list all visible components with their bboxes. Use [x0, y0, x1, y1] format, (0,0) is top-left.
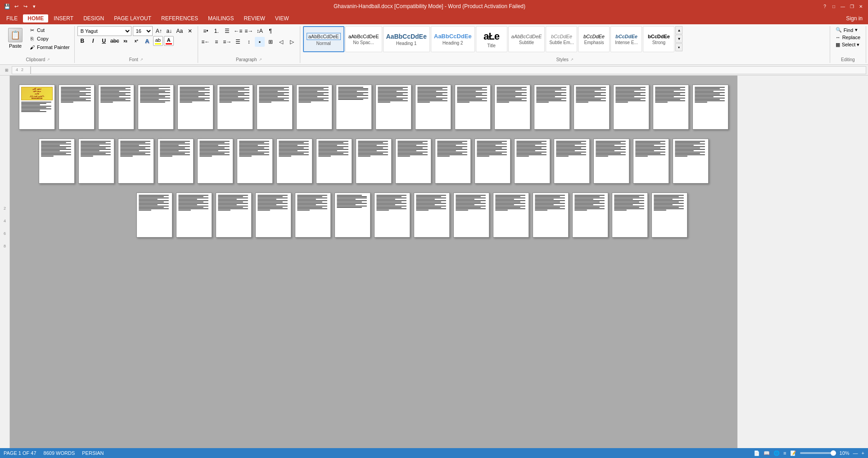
maximize-button[interactable]: ❐: [848, 3, 855, 10]
styles-scroll-up[interactable]: ▲: [675, 26, 683, 34]
align-right-button[interactable]: ≡→: [222, 37, 232, 47]
page-thumb-20[interactable]: [78, 139, 114, 184]
find-dropdown[interactable]: ▾: [855, 27, 858, 33]
underline-button[interactable]: U: [99, 36, 109, 46]
style-nospace[interactable]: aAbBcCdDeE No Spac...: [345, 26, 382, 52]
zoom-slider[interactable]: [800, 452, 836, 454]
page-thumb-49[interactable]: [651, 193, 687, 238]
highlight-color-button[interactable]: ab: [153, 36, 163, 46]
page-thumb-22[interactable]: [158, 139, 194, 184]
styles-scroll-down[interactable]: ▼: [675, 35, 683, 43]
page-thumb-4[interactable]: [138, 85, 174, 130]
page-thumb-48[interactable]: [612, 193, 648, 238]
page-thumb-10[interactable]: [375, 85, 411, 130]
page-thumb-23[interactable]: [197, 139, 233, 184]
minimize-button[interactable]: —: [839, 3, 846, 10]
font-shrink-button[interactable]: a↓: [164, 26, 174, 36]
ltr-button[interactable]: ▷: [287, 37, 297, 47]
page-thumb-26[interactable]: [316, 139, 352, 184]
page-thumb-6[interactable]: [217, 85, 253, 130]
increase-indent-button[interactable]: ≡→: [244, 26, 254, 36]
style-subtitle[interactable]: aAbBcCdDeE Subtitle: [508, 26, 545, 52]
page-thumb-1[interactable]: تحقیق آنلاینمرجع دانلودبهترینبا کمترین ق…: [19, 85, 55, 130]
document-area[interactable]: تحقیق آنلاینمرجع دانلودبهترینبا کمترین ق…: [10, 76, 737, 448]
menu-insert[interactable]: INSERT: [49, 14, 78, 22]
decrease-indent-button[interactable]: ←≡: [233, 26, 243, 36]
clipboard-expand-icon[interactable]: ↗: [47, 58, 50, 62]
menu-page-layout[interactable]: PAGE LAYOUT: [109, 14, 156, 22]
customize-qa-button[interactable]: ▾: [31, 3, 38, 10]
page-thumb-37[interactable]: [176, 193, 212, 238]
page-thumb-44[interactable]: [453, 193, 489, 238]
page-thumb-16[interactable]: [613, 85, 649, 130]
page-thumb-41[interactable]: [335, 193, 371, 238]
page-thumb-43[interactable]: [414, 193, 450, 238]
page-thumb-2[interactable]: [59, 85, 95, 130]
style-heading2[interactable]: AaBbCcDdEe Heading 2: [431, 26, 475, 52]
find-button[interactable]: 🔍 Find ▾: [833, 26, 863, 34]
bold-button[interactable]: B: [77, 36, 87, 46]
page-thumb-42[interactable]: [374, 193, 410, 238]
page-thumb-15[interactable]: [574, 85, 610, 130]
page-thumb-5[interactable]: [177, 85, 213, 130]
superscript-button[interactable]: x²: [131, 36, 141, 46]
undo-button[interactable]: ↩: [13, 3, 20, 10]
format-painter-button[interactable]: 🖌 Format Painter: [27, 43, 72, 51]
style-subtle-em[interactable]: bCcDdEe Subtle Em...: [546, 26, 577, 52]
page-thumb-25[interactable]: [276, 139, 312, 184]
close-button[interactable]: ✕: [857, 3, 864, 10]
page-thumb-40[interactable]: [295, 193, 331, 238]
shading-button[interactable]: ▪: [255, 37, 265, 47]
page-thumb-47[interactable]: [572, 193, 608, 238]
page-thumb-13[interactable]: [494, 85, 530, 130]
page-thumb-17[interactable]: [653, 85, 689, 130]
font-size-select[interactable]: 16: [133, 26, 153, 36]
page-thumb-21[interactable]: [118, 139, 154, 184]
page-thumb-27[interactable]: [356, 139, 392, 184]
style-heading1[interactable]: AaBbCcDdEe Heading 1: [383, 26, 430, 52]
page-thumb-31[interactable]: [514, 139, 550, 184]
zoom-in-button[interactable]: +: [862, 450, 864, 456]
cut-button[interactable]: ✂ Cut: [27, 26, 72, 34]
font-color-button[interactable]: A: [164, 36, 174, 46]
menu-design[interactable]: DESIGN: [79, 14, 108, 22]
page-thumb-11[interactable]: [415, 85, 451, 130]
font-grow-button[interactable]: A↑: [154, 26, 164, 36]
page-thumb-45[interactable]: [493, 193, 529, 238]
view-print-layout[interactable]: 📄: [754, 450, 760, 456]
styles-expand[interactable]: ▾: [675, 43, 683, 51]
align-center-button[interactable]: ≡: [212, 37, 222, 47]
show-hide-button[interactable]: ¶: [266, 26, 276, 36]
page-thumb-9[interactable]: [336, 85, 372, 130]
line-spacing-button[interactable]: ↕: [244, 37, 254, 47]
page-thumb-12[interactable]: [455, 85, 491, 130]
page-thumb-19[interactable]: [39, 139, 75, 184]
paste-button[interactable]: 📋 Paste: [5, 26, 26, 50]
menu-references[interactable]: REFERENCES: [157, 14, 203, 22]
paragraph-expand-icon[interactable]: ↗: [259, 58, 262, 62]
page-thumb-46[interactable]: [533, 193, 569, 238]
align-left-button[interactable]: ≡←: [201, 37, 211, 47]
page-thumb-38[interactable]: [216, 193, 252, 238]
menu-mailings[interactable]: MAILINGS: [203, 14, 238, 22]
view-full-reading[interactable]: 📖: [764, 450, 770, 456]
sort-button[interactable]: ↕A: [255, 26, 265, 36]
view-web-layout[interactable]: 🌐: [773, 450, 780, 456]
help-button[interactable]: ?: [821, 3, 828, 10]
replace-button[interactable]: ↔ Replace: [833, 34, 863, 41]
view-outline[interactable]: ≡: [783, 450, 786, 456]
sign-in-button[interactable]: Sign in: [842, 14, 866, 22]
menu-home[interactable]: HOME: [23, 14, 48, 22]
select-button[interactable]: ▦ Select ▾: [833, 41, 863, 49]
font-name-select[interactable]: B Yagut: [77, 26, 131, 36]
ribbon-display-button[interactable]: □: [830, 3, 837, 10]
bullets-button[interactable]: ≡•: [201, 26, 211, 36]
save-button[interactable]: 💾: [4, 3, 11, 10]
strikethrough-button[interactable]: abc: [110, 36, 120, 46]
numbering-button[interactable]: 1.: [212, 26, 222, 36]
justify-button[interactable]: ☰: [233, 37, 243, 47]
style-normal[interactable]: aAbBcCdDeE Normal: [303, 26, 344, 52]
rtl-button[interactable]: ◁: [276, 37, 286, 47]
redo-button[interactable]: ↪: [22, 3, 29, 10]
menu-view[interactable]: VIEW: [271, 14, 294, 22]
